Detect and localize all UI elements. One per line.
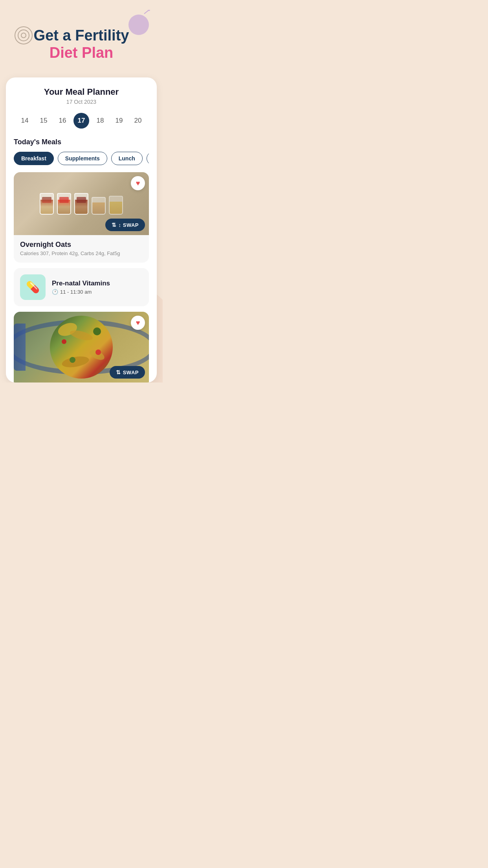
meal-planner-date: 17 Oct 2023 (14, 99, 149, 105)
supplement-name: Pre-natal Vitamins (52, 280, 110, 287)
swap-icon: ⇅ (112, 222, 116, 228)
clock-icon: 🕐 (52, 289, 58, 295)
overnight-oats-name: Overnight Oats (20, 241, 143, 249)
tab-breakfast[interactable]: Breakfast (14, 152, 54, 165)
cal-day-18[interactable]: 18 (92, 113, 108, 129)
cal-day-19[interactable]: 19 (111, 113, 127, 129)
overnight-oats-info: Overnight Oats Calories 307, Protein 42g… (14, 235, 149, 263)
supplement-card: 💊 Pre-natal Vitamins 🕐 11 - 11:30 am (14, 268, 149, 306)
cal-day-20[interactable]: 20 (130, 113, 146, 129)
calendar-strip: 14 15 16 17 18 19 20 (14, 113, 149, 129)
pasta-image: ♥ ⇅ SWAP (14, 312, 149, 383)
overnight-oats-macros: Calories 307, Protein 42g, Carbs 24g, Fa… (20, 250, 143, 256)
pasta-swap-button[interactable]: ⇅ SWAP (110, 366, 145, 379)
meal-planner-card: Your Meal Planner 17 Oct 2023 14 15 16 1… (6, 77, 157, 383)
tab-supplements[interactable]: Supplements (58, 152, 107, 165)
pasta-card: ♥ ⇅ SWAP (14, 312, 149, 383)
header-section: Get a Fertility Diet Plan (0, 0, 163, 74)
meal-tabs: Breakfast Supplements Lunch Snac (14, 152, 149, 165)
cal-day-16[interactable]: 16 (55, 113, 70, 129)
pasta-swap-icon: ⇅ (116, 369, 121, 375)
cal-day-17[interactable]: 17 (73, 113, 89, 129)
supplement-time: 🕐 11 - 11:30 am (52, 289, 110, 295)
page-title-line2: Diet Plan (12, 44, 151, 62)
cal-day-14[interactable]: 14 (17, 113, 33, 129)
supplement-info: Pre-natal Vitamins 🕐 11 - 11:30 am (52, 280, 110, 295)
tab-lunch[interactable]: Lunch (111, 152, 143, 165)
overnight-oats-image: ♥ ⇅ ↕ SWAP (14, 172, 149, 235)
page-title-line1: Get a Fertility (12, 28, 151, 44)
meal-planner-title: Your Meal Planner (14, 87, 149, 97)
tab-snack[interactable]: Snac (147, 152, 149, 165)
oats-swap-button[interactable]: ⇅ ↕ SWAP (105, 219, 145, 231)
overnight-oats-card: ♥ ⇅ ↕ SWAP Overnight Oats Calories 307, … (14, 172, 149, 263)
supplement-icon: 💊 (20, 274, 46, 300)
cal-day-15[interactable]: 15 (36, 113, 51, 129)
todays-meals-label: Today's Meals (14, 138, 149, 146)
